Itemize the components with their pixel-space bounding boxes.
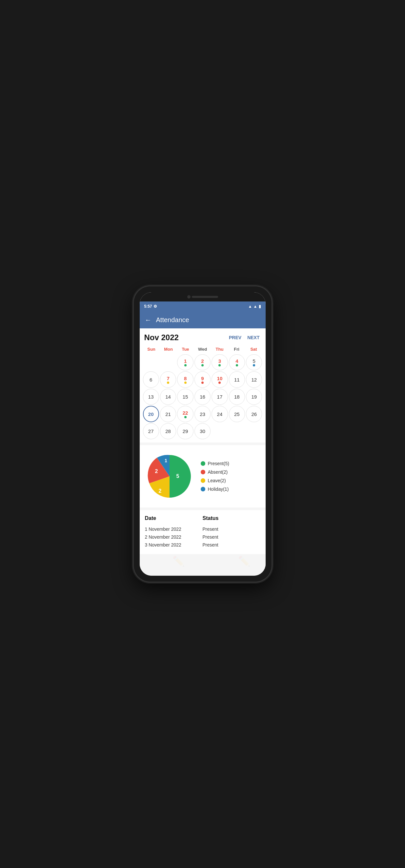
day-number: 22: [183, 410, 188, 415]
day-header-thu: Thu: [211, 346, 228, 352]
calendar-day-10[interactable]: 10: [212, 371, 227, 388]
attendance-dot: [236, 364, 238, 366]
day-header-wed: Wed: [194, 346, 211, 352]
calendar-day-21[interactable]: 21: [160, 406, 176, 422]
legend-holiday: Holiday(1): [201, 487, 260, 492]
calendar-day-23[interactable]: 23: [194, 406, 211, 422]
day-number: 5: [253, 358, 255, 364]
back-button[interactable]: ←: [145, 316, 152, 324]
calendar-day-11[interactable]: 11: [229, 371, 245, 388]
day-header-mon: Mon: [160, 346, 177, 352]
calendar-day-12[interactable]: 12: [246, 371, 262, 388]
status-column-header: Status: [202, 515, 260, 521]
day-number: 20: [148, 411, 154, 417]
calendar-section: Nov 2022 PREV NEXT Sun Mon Tue Wed Thu F…: [140, 329, 266, 442]
phone-screen: 5:57 ⚙ ▲ ▲ ▮ ← Attendance Nov 2022 PREV: [140, 292, 266, 576]
svg-text:2: 2: [158, 488, 161, 494]
calendar-header: Nov 2022 PREV NEXT: [143, 333, 262, 346]
calendar-day-25[interactable]: 25: [229, 406, 245, 422]
list-status: Present: [202, 527, 260, 532]
day-header-tue: Tue: [177, 346, 194, 352]
calendar-day-17[interactable]: 17: [212, 389, 227, 405]
list-date: 2 November 2022: [145, 534, 202, 539]
attendance-rows: 1 November 2022Present2 November 2022Pre…: [145, 525, 260, 549]
calendar-day-7[interactable]: 7: [160, 371, 176, 388]
legend-absent: Absent(2): [201, 469, 260, 475]
pie-chart: 5 2 2 1: [145, 452, 194, 501]
day-number: 30: [200, 428, 205, 434]
calendar-day-5[interactable]: 5: [246, 354, 262, 370]
calendar-day-24[interactable]: 24: [212, 406, 227, 422]
present-dot: [201, 461, 205, 466]
status-left: 5:57 ⚙: [144, 304, 157, 309]
calendar-day-30[interactable]: 30: [194, 423, 211, 439]
header-title: Attendance: [156, 316, 189, 324]
settings-icon: ⚙: [153, 304, 157, 309]
day-number: 29: [183, 428, 188, 434]
day-number: 24: [217, 411, 223, 417]
list-headers: Date Status: [145, 515, 260, 521]
calendar-day-4[interactable]: 4: [229, 354, 245, 370]
day-number: 17: [217, 394, 223, 400]
svg-text:2: 2: [155, 468, 158, 474]
calendar-day-19[interactable]: 19: [246, 389, 262, 405]
svg-text:5: 5: [176, 473, 179, 479]
calendar-day-18[interactable]: 18: [229, 389, 245, 405]
list-date: 3 November 2022: [145, 542, 202, 548]
day-number: 19: [251, 394, 257, 400]
day-number: 15: [183, 394, 188, 400]
attendance-dot: [184, 416, 187, 418]
day-number: 21: [165, 411, 171, 417]
attendance-dot: [184, 364, 187, 366]
day-number: 11: [234, 377, 240, 382]
time-display: 5:57: [144, 304, 152, 309]
leave-dot: [201, 478, 205, 483]
day-number: 28: [165, 428, 171, 434]
nav-buttons: PREV NEXT: [227, 334, 261, 341]
day-number: 14: [165, 394, 171, 400]
calendar-day-14[interactable]: 14: [160, 389, 176, 405]
calendar-day-29[interactable]: 29: [177, 423, 193, 439]
holiday-dot: [201, 487, 205, 491]
prev-button[interactable]: PREV: [227, 334, 243, 341]
calendar-day-6[interactable]: 6: [143, 371, 159, 388]
calendar-day-22[interactable]: 22: [177, 406, 193, 422]
calendar-day-3[interactable]: 3: [212, 354, 227, 370]
day-number: 27: [148, 428, 154, 434]
phone-frame: 5:57 ⚙ ▲ ▲ ▮ ← Attendance Nov 2022 PREV: [134, 286, 272, 582]
holiday-label: Holiday(1): [208, 487, 229, 492]
calendar-day-8[interactable]: 8: [177, 371, 193, 388]
calendar-day-27[interactable]: 27: [143, 423, 159, 439]
attendance-dot: [201, 364, 204, 366]
app-header: ← Attendance: [140, 311, 266, 329]
day-header-fri: Fri: [228, 346, 245, 352]
list-status: Present: [202, 534, 260, 539]
list-date: 1 November 2022: [145, 527, 202, 532]
attendance-dot: [218, 364, 221, 366]
calendar-day-28[interactable]: 28: [160, 423, 176, 439]
next-button[interactable]: NEXT: [246, 334, 261, 341]
battery-icon: ▮: [259, 304, 261, 309]
status-right: ▲ ▲ ▮: [248, 304, 261, 309]
day-number: 3: [218, 358, 221, 364]
absent-dot: [201, 470, 205, 474]
day-number: 16: [200, 394, 205, 400]
attendance-dot: [184, 381, 187, 384]
day-number: 7: [166, 376, 169, 381]
calendar-day-2[interactable]: 2: [194, 354, 211, 370]
day-number: 4: [236, 358, 238, 364]
content-area: Nov 2022 PREV NEXT Sun Mon Tue Wed Thu F…: [140, 329, 266, 576]
calendar-day-20[interactable]: 20: [143, 406, 159, 422]
calendar-day-15[interactable]: 15: [177, 389, 193, 405]
calendar-day-9[interactable]: 9: [194, 371, 211, 388]
calendar-day-13[interactable]: 13: [143, 389, 159, 405]
leave-label: Leave(2): [208, 478, 226, 483]
calendar-day-16[interactable]: 16: [194, 389, 211, 405]
speaker-bar: [192, 296, 218, 298]
camera-icon: [187, 295, 190, 299]
attendance-list: Date Status 1 November 2022Present2 Nove…: [140, 510, 266, 554]
day-headers: Sun Mon Tue Wed Thu Fri Sat: [143, 346, 262, 352]
calendar-day-26[interactable]: 26: [246, 406, 262, 422]
calendar-day-1[interactable]: 1: [177, 354, 193, 370]
day-number: 1: [184, 358, 187, 364]
